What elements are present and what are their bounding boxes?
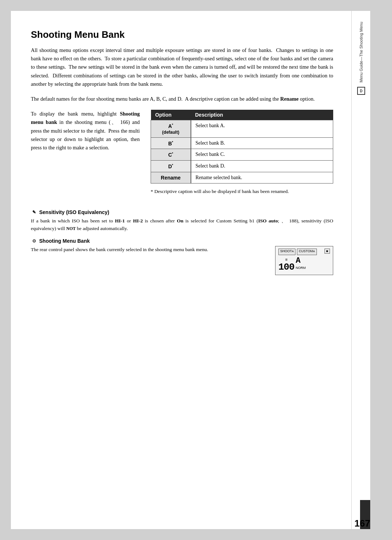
shooting-menu-bank-note-header: Shooting Menu Bank	[31, 238, 333, 244]
lcd-customa-label: CUSTOMA	[297, 249, 317, 255]
sidebar-tab: D Menu Guide—The Shooting Menu	[355, 18, 367, 98]
sidebar-text: Menu Guide—The Shooting Menu	[359, 22, 363, 82]
page-number: 167	[355, 518, 370, 529]
sensitivity-note: Sensitivity (ISO Equivalency) If a bank …	[31, 209, 333, 233]
sensitivity-note-body: If a bank in which ISO has been set to H…	[31, 217, 333, 233]
lcd-top-row: SHOOTA CUSTOMA ■	[278, 249, 330, 255]
table-row: A*(default) Select bank A.	[151, 120, 333, 138]
option-d: D*	[151, 161, 191, 172]
desc-a: Select bank A.	[191, 120, 333, 138]
option-a: A*(default)	[151, 120, 191, 138]
lcd-letter-a: A	[296, 256, 301, 265]
bottom-section: The rear control panel shows the bank cu…	[31, 246, 333, 275]
instructions-column: To display the bank menu, highlight Shoo…	[31, 110, 140, 202]
shooting-menu-bank-note-title: Shooting Menu Bank	[39, 238, 90, 244]
sensitivity-note-title: Sensitivity (ISO Equivalency)	[39, 209, 109, 215]
page-title: Shooting Menu Bank	[31, 29, 333, 40]
bank-table: Option Description A*(default) Select ba…	[151, 110, 333, 184]
table-column: Option Description A*(default) Select ba…	[151, 110, 333, 202]
table-row: B* Select bank B.	[151, 137, 333, 149]
sensitivity-note-header: Sensitivity (ISO Equivalency)	[31, 209, 333, 215]
table-header-option: Option	[151, 110, 191, 120]
lcd-digits: 100	[278, 262, 294, 273]
desc-rename: Rename selected bank.	[191, 172, 333, 183]
intro-paragraph: All shooting menu options except interva…	[31, 46, 333, 88]
desc-c: Select bank C.	[191, 149, 333, 161]
option-c: C*	[151, 149, 191, 161]
table-row: Rename Rename selected bank.	[151, 172, 333, 183]
pencil-icon	[31, 209, 37, 215]
lcd-rec-label: ■	[324, 249, 330, 254]
sidebar-icon: D	[357, 87, 365, 95]
footnote: * Descriptive caption will also be displ…	[151, 188, 333, 195]
display-instructions: To display the bank menu, highlight Shoo…	[31, 110, 140, 152]
lcd-norm-label: NORM	[296, 266, 306, 270]
option-rename: Rename	[151, 172, 191, 183]
desc-b: Select bank B.	[191, 137, 333, 149]
camera-icon	[31, 238, 37, 244]
lcd-display: SHOOTA CUSTOMA ■ ≡ 100 A	[275, 246, 333, 275]
table-row: C* Select bank C.	[151, 149, 333, 161]
lcd-main-row: ≡ 100 A NORM	[278, 256, 330, 273]
shooting-menu-bank-note: Shooting Menu Bank The rear control pane…	[31, 238, 333, 275]
option-b: B*	[151, 137, 191, 149]
shooting-menu-bank-note-body: The rear control panel shows the bank cu…	[31, 246, 268, 254]
table-row: D* Select bank D.	[151, 161, 333, 172]
main-content: Shooting Menu Bank All shooting menu opt…	[11, 11, 351, 529]
table-header-description: Description	[191, 110, 333, 120]
desc-d: Select bank D.	[191, 161, 333, 172]
lcd-shoota-label: SHOOTA	[278, 249, 295, 255]
two-column-section: To display the bank menu, highlight Shoo…	[31, 110, 333, 202]
right-sidebar: D Menu Guide—The Shooting Menu	[351, 11, 370, 529]
rename-paragraph: The default names for the four shooting …	[31, 95, 333, 103]
